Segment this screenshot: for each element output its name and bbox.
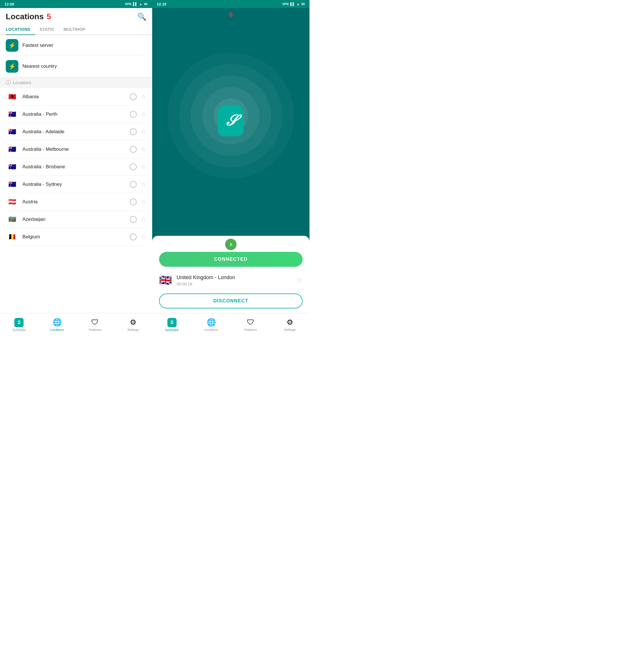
status-icons-left: VPN ▌▌ ▲ 80 bbox=[125, 2, 148, 6]
location-list: 🇦🇱 Albania ☆ 🇦🇺 Australia - Perth ☆ 🇦🇺 A… bbox=[0, 88, 152, 313]
shield-icon-left: 🛡 bbox=[91, 318, 99, 327]
list-item[interactable]: 🇦🇺 Australia - Sydney ☆ bbox=[6, 176, 146, 193]
flag-au-adelaide: 🇦🇺 bbox=[6, 127, 18, 136]
search-button[interactable]: 🔍 bbox=[137, 12, 146, 21]
location-actions: ☆ bbox=[130, 146, 146, 153]
signal-indicator bbox=[130, 198, 137, 205]
nav-label-locations-right: Locations bbox=[204, 328, 218, 331]
section-header: ⓘ Locations bbox=[0, 77, 152, 88]
surfshark-letter: 𝒮 bbox=[226, 112, 236, 129]
flag-au-sydney: 🇦🇺 bbox=[6, 180, 18, 189]
tab-static[interactable]: STATIC bbox=[40, 24, 59, 35]
status-icons-right: VPN ▌▌ ▲ 80 bbox=[282, 2, 305, 6]
bottom-nav-left: S Surfshark 🌐 Locations 🛡 Features ⚙ Set… bbox=[0, 313, 152, 336]
chevron-row: ∧ bbox=[159, 236, 302, 252]
nav-settings-left[interactable]: ⚙ Settings bbox=[114, 318, 152, 331]
nav-label-locations-left: Locations bbox=[50, 328, 64, 331]
header-title-row: Locations 5 bbox=[6, 12, 51, 21]
info-icon: ⓘ bbox=[6, 79, 11, 86]
favorite-icon[interactable]: ☆ bbox=[141, 128, 146, 136]
battery-right: 80 bbox=[301, 2, 305, 6]
flag-au-brisbane: 🇦🇺 bbox=[6, 162, 18, 172]
status-bar-left: 12:09 VPN ▌▌ ▲ 80 bbox=[0, 0, 152, 8]
connected-location[interactable]: 🇬🇧 United Kingdom - London 00:00:18 ☆ bbox=[159, 271, 302, 289]
nav-label-surfshark: Surfshark bbox=[12, 328, 26, 332]
flag-au-melbourne: 🇦🇺 bbox=[6, 145, 18, 154]
time-left: 12:09 bbox=[5, 2, 14, 6]
vpn-visual: 𝒮 bbox=[152, 8, 310, 236]
shield-icon-right: 🛡 bbox=[247, 318, 254, 327]
nav-locations-right[interactable]: 🌐 Locations bbox=[192, 318, 231, 331]
nav-features-right[interactable]: 🛡 Features bbox=[231, 318, 270, 331]
nav-label-settings-left: Settings bbox=[128, 328, 139, 331]
connected-favorite-icon[interactable]: ☆ bbox=[296, 276, 302, 284]
wifi-icon-right: ▲ bbox=[296, 2, 300, 6]
signal-indicator bbox=[130, 233, 137, 241]
surfshark-icon-left: S bbox=[14, 318, 23, 327]
nav-locations-left[interactable]: 🌐 Locations bbox=[38, 318, 76, 331]
list-item[interactable]: 🇦🇿 Azerbaijan ☆ bbox=[6, 211, 146, 228]
list-item[interactable]: 🇦🇹 Austria ☆ bbox=[6, 193, 146, 211]
favorite-icon[interactable]: ☆ bbox=[141, 163, 146, 171]
status-bar-right: 12:10 VPN ▌▌ ▲ 80 bbox=[152, 0, 310, 8]
list-item[interactable]: 🇦🇺 Australia - Perth ☆ bbox=[6, 106, 146, 123]
favorite-icon[interactable]: ☆ bbox=[141, 216, 146, 223]
gear-icon-right: ⚙ bbox=[286, 318, 293, 327]
favorite-icon[interactable]: ☆ bbox=[141, 198, 146, 206]
favorite-icon[interactable]: ☆ bbox=[141, 233, 146, 241]
header: Locations 5 🔍 bbox=[0, 8, 152, 21]
fastest-label: Fastest server bbox=[22, 43, 53, 48]
location-actions: ☆ bbox=[130, 163, 146, 171]
signal-icon-right: ▌▌ bbox=[290, 2, 295, 6]
connected-info: United Kingdom - London 00:00:18 bbox=[177, 275, 296, 286]
nearest-country-item[interactable]: ⚡ Nearest country bbox=[6, 56, 146, 77]
favorite-icon[interactable]: ☆ bbox=[141, 181, 146, 188]
signal-indicator bbox=[130, 216, 137, 223]
vpn-badge-right: VPN bbox=[282, 2, 289, 6]
chevron-up-icon: ∧ bbox=[229, 241, 233, 248]
location-name: Australia - Brisbane bbox=[22, 164, 130, 170]
tab-multihop[interactable]: MULTIHOP bbox=[63, 24, 90, 35]
location-name: Belgium bbox=[22, 234, 130, 240]
surfshark-logo: 𝒮 bbox=[218, 105, 244, 136]
flag-au-perth: 🇦🇺 bbox=[6, 110, 18, 119]
location-actions: ☆ bbox=[130, 128, 146, 136]
expand-button[interactable]: ∧ bbox=[225, 239, 236, 250]
list-item[interactable]: 🇦🇺 Australia - Adelaide ☆ bbox=[6, 123, 146, 141]
battery-left: 80 bbox=[144, 2, 148, 6]
signal-indicator bbox=[130, 146, 137, 153]
favorite-icon[interactable]: ☆ bbox=[141, 93, 146, 100]
location-actions: ☆ bbox=[130, 198, 146, 206]
surfshark-icon-right: S bbox=[167, 318, 177, 327]
nav-label-features-left: Features bbox=[89, 328, 101, 331]
signal-indicator bbox=[130, 93, 137, 100]
right-panel: 12:10 VPN ▌▌ ▲ 80 6 𝒮 ∧ CONNECTED bbox=[152, 0, 310, 336]
gear-icon-left: ⚙ bbox=[130, 318, 136, 327]
list-item[interactable]: 🇦🇱 Albania ☆ bbox=[6, 88, 146, 106]
nav-settings-right[interactable]: ⚙ Settings bbox=[270, 318, 310, 331]
connected-flag: 🇬🇧 bbox=[159, 274, 172, 286]
location-name: Australia - Sydney bbox=[22, 182, 130, 187]
nav-label-settings-right: Settings bbox=[284, 328, 296, 331]
location-name: Australia - Melbourne bbox=[22, 146, 130, 152]
fastest-icon: ⚡ bbox=[6, 39, 18, 52]
connected-label: CONNECTED bbox=[214, 257, 248, 262]
connected-time: 00:00:18 bbox=[177, 282, 296, 286]
list-item[interactable]: 🇦🇺 Australia - Brisbane ☆ bbox=[6, 158, 146, 176]
nav-features-left[interactable]: 🛡 Features bbox=[76, 318, 114, 331]
wifi-icon-left: ▲ bbox=[139, 2, 142, 6]
disconnect-button[interactable]: DISCONNECT bbox=[159, 293, 302, 309]
list-item[interactable]: 🇧🇪 Belgium ☆ bbox=[6, 228, 146, 246]
fastest-server-item[interactable]: ⚡ Fastest server bbox=[6, 35, 146, 56]
globe-icon-left: 🌐 bbox=[53, 318, 62, 327]
nav-surfshark-left[interactable]: S Surfshark bbox=[0, 318, 38, 332]
favorite-icon[interactable]: ☆ bbox=[141, 111, 146, 118]
location-actions: ☆ bbox=[130, 93, 146, 100]
nearest-icon: ⚡ bbox=[6, 60, 18, 73]
nav-surfshark-right[interactable]: S Surfshark bbox=[152, 318, 192, 332]
globe-icon-right: 🌐 bbox=[207, 318, 216, 327]
location-name: Albania bbox=[22, 94, 130, 99]
favorite-icon[interactable]: ☆ bbox=[141, 146, 146, 153]
list-item[interactable]: 🇦🇺 Australia - Melbourne ☆ bbox=[6, 141, 146, 158]
tab-locations[interactable]: LOCATIONS bbox=[6, 24, 35, 35]
